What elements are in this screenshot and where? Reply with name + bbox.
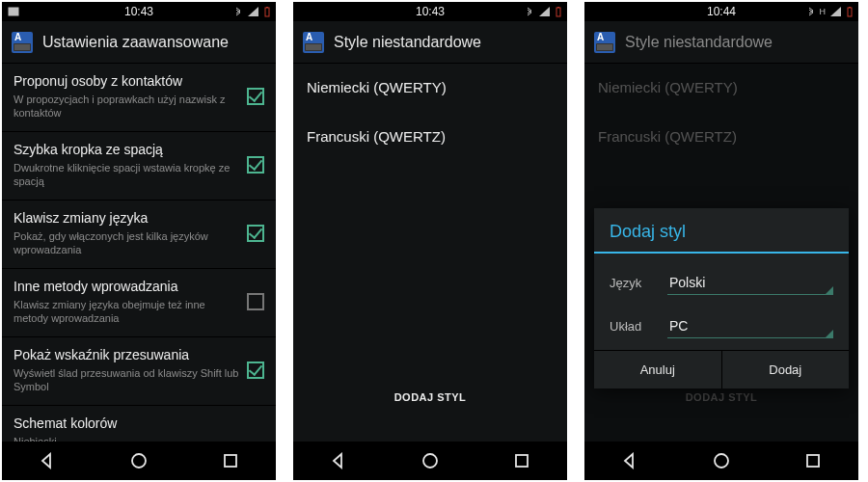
nav-bar — [2, 442, 276, 480]
home-button[interactable] — [126, 448, 151, 473]
add-button[interactable]: Dodaj — [721, 351, 850, 388]
styles-list[interactable]: Niemiecki (QWERTY)Francuski (QWERTZ) DOD… — [293, 64, 567, 442]
keyboard-app-icon — [303, 32, 324, 53]
row-subtitle: Niebieski — [14, 435, 264, 442]
battery-icon — [847, 6, 853, 17]
home-button[interactable] — [709, 448, 734, 473]
checkbox[interactable] — [247, 293, 264, 310]
row-subtitle: Wyświetl ślad przesuwania od klawiszy Sh… — [14, 366, 239, 394]
divider — [594, 252, 849, 254]
svg-rect-6 — [557, 7, 559, 8]
screen-header: Style niestandardowe — [584, 21, 858, 64]
battery-icon — [556, 6, 561, 17]
bluetooth-icon — [525, 6, 534, 17]
keyboard-app-icon — [594, 32, 615, 53]
row-subtitle: W propozycjach i poprawkach użyj nazwisk… — [14, 93, 239, 120]
language-label: Język — [610, 276, 654, 290]
settings-row[interactable]: Proponuj osoby z kontaktówW propozycjach… — [2, 64, 276, 132]
nav-bar — [293, 442, 567, 480]
keyboard-app-icon — [12, 32, 33, 53]
home-button[interactable] — [418, 448, 443, 473]
network-type-icon: H — [820, 7, 827, 16]
row-title: Klawisz zmiany języka — [14, 210, 239, 228]
screen-header: Style niestandardowe — [293, 21, 567, 64]
recents-button[interactable] — [509, 448, 534, 473]
language-spinner[interactable]: Polski — [667, 271, 833, 295]
svg-point-3 — [132, 454, 146, 468]
cancel-button[interactable]: Anuluj — [594, 351, 721, 388]
svg-rect-12 — [807, 455, 819, 467]
layout-label: Układ — [610, 319, 654, 334]
signal-icon — [829, 6, 843, 17]
back-button[interactable] — [617, 448, 642, 473]
row-title: Schemat kolorów — [14, 415, 264, 433]
image-icon — [8, 6, 19, 17]
recents-button[interactable] — [800, 448, 826, 473]
bluetooth-icon — [806, 6, 816, 17]
status-bar: 10:43 — [293, 2, 567, 21]
phone-add-style-dialog: 10:44 H Style niestandardowe Niemiecki (… — [584, 2, 858, 480]
nav-bar — [584, 442, 858, 480]
row-title: Szybka kropka ze spacją — [14, 142, 239, 159]
style-label: Niemiecki (QWERTY) — [307, 79, 447, 97]
checkbox[interactable] — [247, 225, 264, 242]
checkbox[interactable] — [247, 156, 264, 174]
svg-point-7 — [423, 454, 437, 468]
style-item[interactable]: Niemiecki (QWERTY) — [293, 64, 567, 113]
back-button[interactable] — [35, 448, 60, 473]
row-subtitle: Klawisz zmiany języka obejmuje też inne … — [14, 298, 239, 326]
style-item[interactable]: Francuski (QWERTZ) — [293, 113, 567, 162]
svg-rect-10 — [849, 7, 851, 8]
phone-advanced-settings: 10:43 Ustawienia zaawansowane Proponuj o… — [2, 2, 276, 480]
svg-rect-8 — [516, 455, 528, 467]
row-title: Proponuj osoby z kontaktów — [14, 73, 239, 91]
svg-point-11 — [715, 454, 728, 468]
status-bar: 10:43 — [2, 2, 276, 21]
settings-list[interactable]: Proponuj osoby z kontaktówW propozycjach… — [2, 64, 276, 442]
settings-row[interactable]: Schemat kolorówNiebieski — [2, 406, 276, 442]
row-subtitle: Pokaż, gdy włączonych jest kilka języków… — [14, 229, 239, 257]
bluetooth-icon — [233, 6, 243, 17]
layout-spinner[interactable]: PC — [667, 314, 833, 338]
settings-row[interactable]: Pokaż wskaźnik przesuwaniaWyświetl ślad … — [2, 337, 276, 406]
settings-row[interactable]: Klawisz zmiany językaPokaż, gdy włączony… — [2, 201, 276, 269]
dialog-title: Dodaj styl — [594, 208, 849, 252]
settings-row[interactable]: Inne metody wprowadzaniaKlawisz zmiany j… — [2, 269, 276, 337]
header-title: Ustawienia zaawansowane — [42, 34, 229, 51]
header-title: Style niestandardowe — [334, 34, 481, 51]
add-style-dialog: Dodaj styl Język Polski Układ PC Anuluj … — [594, 208, 849, 388]
recents-button[interactable] — [218, 448, 243, 473]
checkbox[interactable] — [247, 362, 264, 379]
style-label: Francuski (QWERTZ) — [307, 128, 446, 147]
styles-list: Niemiecki (QWERTY)Francuski (QWERTZ) DOD… — [584, 64, 858, 442]
signal-icon — [538, 6, 552, 17]
battery-icon — [264, 6, 270, 17]
status-bar: 10:44 H — [584, 2, 858, 21]
phone-custom-styles: 10:43 Style niestandardowe Niemiecki (QW… — [293, 2, 567, 480]
svg-rect-1 — [265, 8, 269, 16]
settings-row[interactable]: Szybka kropka ze spacjąDwukrotne kliknię… — [2, 132, 276, 201]
row-subtitle: Dwukrotne kliknięcie spacji wstawia krop… — [14, 161, 239, 189]
back-button[interactable] — [326, 448, 351, 473]
svg-rect-9 — [848, 8, 852, 16]
add-style-button[interactable]: DODAJ STYL — [293, 391, 567, 403]
row-title: Pokaż wskaźnik przesuwania — [14, 347, 239, 364]
svg-rect-5 — [556, 8, 560, 16]
screen-header: Ustawienia zaawansowane — [2, 21, 276, 64]
header-title: Style niestandardowe — [625, 34, 773, 51]
checkbox[interactable] — [247, 88, 264, 105]
row-title: Inne metody wprowadzania — [14, 279, 239, 296]
svg-rect-2 — [266, 7, 268, 8]
svg-rect-4 — [225, 455, 236, 467]
signal-icon — [247, 6, 260, 17]
